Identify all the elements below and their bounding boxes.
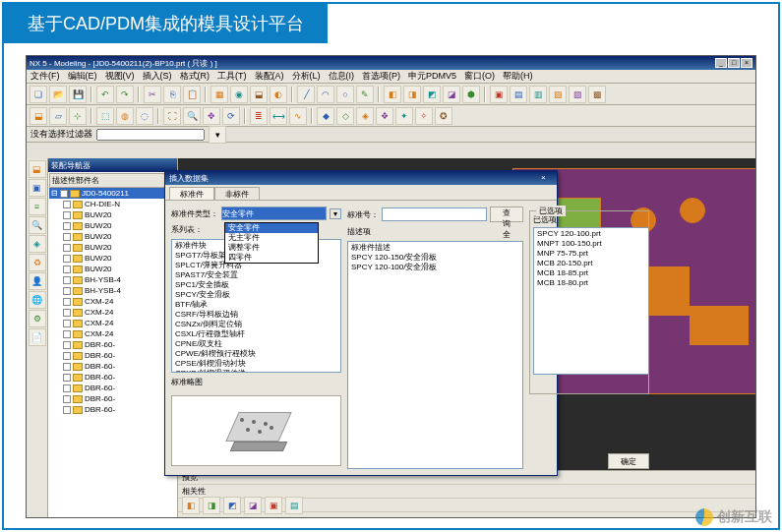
pdm-c-icon[interactable]: ◈ bbox=[356, 107, 374, 125]
tree-item[interactable]: BUW20 bbox=[49, 209, 176, 220]
axis-icon[interactable]: ⊹ bbox=[69, 107, 87, 125]
tree-item[interactable]: DBR-60- bbox=[49, 339, 176, 350]
nav-assembly-icon[interactable]: ⬓ bbox=[29, 160, 46, 178]
tree-item[interactable]: CH-DIE-N bbox=[49, 199, 176, 209]
paste-icon[interactable]: 📋 bbox=[183, 86, 201, 103]
tool-a-icon[interactable]: ◧ bbox=[384, 86, 401, 103]
nav-pdm-icon[interactable]: ◈ bbox=[29, 235, 46, 253]
status-a-icon[interactable]: ◧ bbox=[182, 497, 200, 514]
min-button[interactable]: _ bbox=[715, 58, 727, 68]
list-item[interactable]: SPCY 120-100.prt bbox=[535, 229, 647, 239]
tree-item[interactable]: BH-YSB-4 bbox=[49, 274, 176, 285]
menu-file[interactable]: 文件(F) bbox=[30, 70, 60, 83]
tree-item[interactable]: BUW20 bbox=[49, 231, 176, 242]
line-icon[interactable]: ╱ bbox=[297, 86, 315, 103]
menu-window[interactable]: 窗口(O) bbox=[464, 70, 495, 83]
menu-edit[interactable]: 编辑(E) bbox=[68, 70, 97, 83]
tool-f-icon[interactable]: ▣ bbox=[490, 86, 508, 103]
menu-pdm[interactable]: 申元PDMV5 bbox=[408, 70, 456, 83]
tree-root[interactable]: ⊟ JD0-5400211 bbox=[49, 188, 176, 199]
open-icon[interactable]: 📂 bbox=[49, 86, 67, 103]
dropdown-item[interactable]: 四零件 bbox=[225, 253, 318, 263]
list-item[interactable]: CSXL/行程微型轴杆 bbox=[173, 329, 339, 339]
menu-format[interactable]: 格式(R) bbox=[180, 70, 211, 83]
chevron-down-icon[interactable]: ▾ bbox=[330, 208, 341, 219]
pdm-e-icon[interactable]: ✦ bbox=[395, 107, 413, 125]
rotate-icon[interactable]: ⟳ bbox=[222, 107, 240, 125]
revolve-icon[interactable]: ◐ bbox=[270, 86, 287, 103]
tool-k-icon[interactable]: ▩ bbox=[588, 86, 606, 103]
list-item[interactable]: CPXB/斜楔滑程传送 bbox=[173, 369, 339, 373]
tool-h-icon[interactable]: ▥ bbox=[529, 86, 547, 103]
list-item[interactable]: MNP 75-75.prt bbox=[535, 249, 647, 259]
pan-icon[interactable]: ✥ bbox=[203, 107, 220, 125]
status-c-icon[interactable]: ◩ bbox=[223, 497, 241, 514]
status-b-icon[interactable]: ◨ bbox=[203, 497, 220, 514]
tree-item[interactable]: BH-YSB-4 bbox=[49, 285, 176, 296]
tree-item[interactable]: DBR-60- bbox=[49, 383, 176, 393]
type-select[interactable] bbox=[221, 207, 327, 220]
layer-icon[interactable]: ≣ bbox=[250, 107, 268, 125]
menu-tools[interactable]: 工具(T) bbox=[217, 70, 247, 83]
dialog-close-icon[interactable]: × bbox=[541, 173, 553, 183]
hidden-icon[interactable]: ◌ bbox=[136, 107, 153, 125]
cut-icon[interactable]: ✂ bbox=[144, 86, 161, 103]
tree-item[interactable]: BUW20 bbox=[49, 242, 176, 253]
menu-insert[interactable]: 插入(S) bbox=[143, 70, 172, 83]
query-all-button[interactable]: 查询全部 bbox=[490, 207, 523, 222]
menu-prefs[interactable]: 首选项(P) bbox=[362, 70, 400, 83]
dropdown-item[interactable]: 调整零件 bbox=[225, 243, 318, 253]
selected-listbox[interactable]: SPCY 120-100.prtMNPT 100-150.prtMNP 75-7… bbox=[533, 227, 649, 375]
tree-item[interactable]: CXM-24 bbox=[49, 328, 176, 339]
tree-item[interactable]: CXM-24 bbox=[49, 307, 176, 318]
nav-doc-icon[interactable]: 📄 bbox=[29, 328, 46, 346]
list-item[interactable]: CSRF/导料板边销 bbox=[173, 310, 339, 320]
nav-reuse-icon[interactable]: ♻ bbox=[29, 254, 46, 271]
tab-standard[interactable]: 标准件 bbox=[169, 187, 214, 200]
max-button[interactable]: □ bbox=[728, 58, 740, 68]
list-item[interactable]: SPCY/安全滑板 bbox=[173, 290, 339, 300]
close-button[interactable]: × bbox=[741, 58, 752, 68]
list-item[interactable]: MCB 18-85.prt bbox=[535, 268, 647, 278]
fitview-icon[interactable]: ⛶ bbox=[163, 107, 181, 125]
circle-icon[interactable]: ○ bbox=[336, 86, 354, 103]
cylinder-icon[interactable]: ◉ bbox=[230, 86, 248, 103]
save-icon[interactable]: 💾 bbox=[69, 86, 87, 103]
nav-proc-icon[interactable]: ⚙ bbox=[29, 310, 46, 327]
redo-icon[interactable]: ↷ bbox=[116, 86, 134, 103]
tab-nonstandard[interactable]: 非标件 bbox=[214, 187, 260, 200]
filter-dropdown-icon[interactable]: ▾ bbox=[209, 126, 226, 144]
list-item[interactable]: MNPT 100-150.prt bbox=[535, 239, 647, 249]
tree-item[interactable]: BUW20 bbox=[49, 253, 176, 264]
arc-icon[interactable]: ◠ bbox=[317, 86, 334, 103]
desc-listbox[interactable]: 标准件描述SPCY 120-150/安全滑板SPCY 120-100/安全滑板 bbox=[347, 241, 523, 469]
plane-icon[interactable]: ▱ bbox=[49, 107, 67, 125]
list-item[interactable]: SPAST7/安全装置 bbox=[173, 270, 339, 280]
list-item[interactable]: MCB 20-150.prt bbox=[535, 259, 647, 268]
menu-info[interactable]: 信息(I) bbox=[329, 70, 355, 83]
status-e-icon[interactable]: ▣ bbox=[265, 497, 282, 514]
nav-search-icon[interactable]: 🔍 bbox=[29, 216, 46, 234]
menu-assembly[interactable]: 装配(A) bbox=[255, 70, 284, 83]
measure-icon[interactable]: ⟷ bbox=[270, 107, 287, 125]
tool-b-icon[interactable]: ◨ bbox=[403, 86, 421, 103]
status-f-icon[interactable]: ▤ bbox=[285, 497, 303, 514]
list-item[interactable]: SPCY 120-150/安全滑板 bbox=[349, 253, 521, 263]
copy-icon[interactable]: ⎘ bbox=[163, 86, 181, 103]
list-item[interactable]: CPWE/斜楔预行程模块 bbox=[173, 349, 339, 359]
tree-item[interactable]: CXM-24 bbox=[49, 318, 176, 328]
wireframe-icon[interactable]: ⬚ bbox=[96, 107, 114, 125]
box-icon[interactable]: ▦ bbox=[211, 86, 228, 103]
extrude-icon[interactable]: ⬓ bbox=[250, 86, 268, 103]
analysis-icon[interactable]: ∿ bbox=[289, 107, 307, 125]
new-icon[interactable]: ❏ bbox=[30, 86, 47, 103]
tool-c-icon[interactable]: ◩ bbox=[423, 86, 441, 103]
list-item[interactable]: BTF/轴承 bbox=[173, 300, 339, 310]
filter-input[interactable] bbox=[96, 129, 205, 141]
list-item[interactable]: SPC1/安全插板 bbox=[173, 280, 339, 290]
nav-role-icon[interactable]: 👤 bbox=[29, 272, 46, 290]
tree-item[interactable]: DBR-60- bbox=[49, 350, 176, 361]
menu-help[interactable]: 帮助(H) bbox=[503, 70, 533, 83]
ok-button[interactable]: 确定 bbox=[608, 453, 649, 469]
pdm-a-icon[interactable]: ◆ bbox=[317, 107, 334, 125]
